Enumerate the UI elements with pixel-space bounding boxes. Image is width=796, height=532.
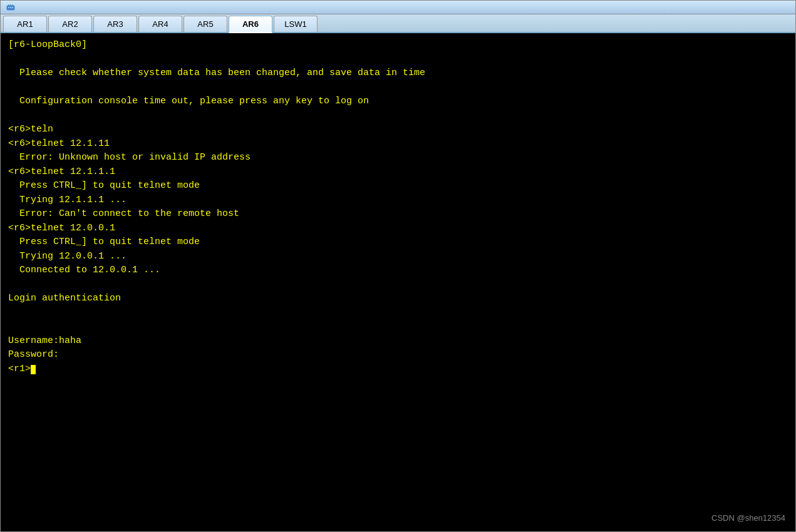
tab-lsw1[interactable]: LSW1 [274, 16, 318, 32]
tab-ar3[interactable]: AR3 [93, 16, 137, 32]
terminal-empty-line [8, 81, 788, 95]
terminal-line: <r6>telnet 12.0.0.1 [8, 222, 788, 236]
terminal-line: Please check whether system data has bee… [8, 66, 788, 81]
terminal-line: Trying 12.1.1.1 ... [8, 193, 788, 208]
terminal-line: Press CTRL_] to quit telnet mode [8, 179, 788, 193]
tab-ar4[interactable]: AR4 [138, 16, 182, 32]
terminal-cursor [31, 365, 36, 374]
tab-ar5[interactable]: AR5 [183, 16, 227, 32]
svg-rect-1 [8, 7, 9, 8]
terminal-line: Trying 12.0.0.1 ... [8, 250, 788, 264]
terminal-line: Press CTRL_] to quit telnet mode [8, 235, 788, 250]
terminal-line: Password: [8, 348, 788, 362]
terminal-line: Error: Unknown host or invalid IP addres… [8, 151, 788, 165]
router-icon [6, 3, 16, 13]
terminal-line: <r6>telnet 12.1.1.1 [8, 165, 788, 180]
terminal-empty-line [8, 53, 788, 67]
terminal-empty-line [8, 306, 788, 320]
tab-ar6[interactable]: AR6 [229, 16, 272, 33]
terminal-line: <r6>teln [8, 123, 788, 137]
tab-ar1[interactable]: AR1 [3, 16, 47, 32]
svg-rect-2 [10, 7, 11, 8]
title-bar [1, 1, 795, 14]
terminal-line: Username:haha [8, 334, 788, 349]
terminal-line: [r6-LoopBack0] [8, 38, 788, 53]
terminal-line: Login authentication [8, 292, 788, 306]
terminal-empty-line [8, 320, 788, 334]
tab-bar: AR1AR2AR3AR4AR5AR6LSW1 [1, 14, 795, 33]
terminal-line: <r6>telnet 12.1.11 [8, 137, 788, 151]
terminal-line: Connected to 12.0.0.1 ... [8, 263, 788, 278]
terminal-line: Error: Can't connect to the remote host [8, 207, 788, 222]
terminal-line: Configuration console time out, please p… [8, 95, 788, 109]
tab-ar2[interactable]: AR2 [48, 16, 92, 32]
watermark: CSDN @shen12354 [711, 512, 785, 524]
svg-rect-3 [12, 7, 13, 8]
app-window: AR1AR2AR3AR4AR5AR6LSW1 [r6-LoopBack0] Pl… [0, 0, 796, 532]
terminal-line: <r1> [8, 362, 788, 377]
terminal-empty-line [8, 278, 788, 292]
terminal[interactable]: [r6-LoopBack0] Please check whether syst… [1, 33, 795, 531]
terminal-empty-line [8, 109, 788, 123]
